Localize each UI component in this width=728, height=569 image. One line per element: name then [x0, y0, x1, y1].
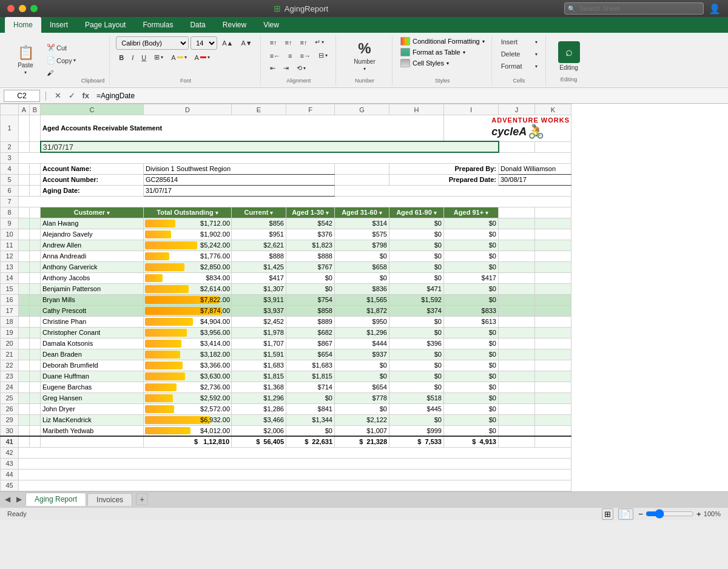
cell-e13-current[interactable]: $1,425	[232, 261, 286, 272]
cell-a41[interactable]	[19, 436, 30, 447]
cell-i15-aged91[interactable]: $0	[444, 283, 499, 294]
cell-a13[interactable]	[19, 261, 30, 272]
cell-a20[interactable]	[19, 338, 30, 349]
cell-b5[interactable]	[30, 174, 41, 185]
cell-f29-aged1-30[interactable]: $1,344	[286, 414, 335, 425]
cell-row44[interactable]	[19, 469, 571, 480]
cell-e17-current[interactable]: $3,937	[232, 305, 286, 316]
cell-g12-aged31-60[interactable]: $0	[335, 251, 389, 261]
cell-f19-aged1-30[interactable]: $682	[286, 327, 335, 338]
cell-i29-aged91[interactable]: $0	[444, 414, 499, 425]
align-left-btn[interactable]: ≡←	[267, 50, 283, 61]
cell-a12[interactable]	[19, 251, 30, 261]
cell-i41-aged91[interactable]: $ 4,913	[444, 436, 499, 447]
cell-i22-aged91[interactable]: $0	[444, 360, 499, 371]
cell-a18[interactable]	[19, 316, 30, 327]
cell-f18-aged1-30[interactable]: $889	[286, 316, 335, 327]
cell-g15-aged31-60[interactable]: $836	[335, 283, 389, 294]
cell-h20-aged61-90[interactable]: $396	[389, 338, 444, 349]
cell-e22-current[interactable]: $1,683	[232, 360, 286, 371]
conditional-formatting-btn[interactable]: Conditional Formatting ▾	[399, 36, 487, 46]
cell-d25-total[interactable]: $2,592.00	[144, 392, 232, 403]
font-name-select[interactable]: Calibri (Body)	[116, 36, 189, 50]
col-header-j[interactable]: J	[499, 104, 535, 115]
cell-c24-name[interactable]: Eugene Barchas	[41, 382, 144, 392]
cell-g17-aged31-60[interactable]: $1,872	[335, 305, 389, 316]
cell-a5[interactable]	[19, 174, 30, 185]
cell-d18-total[interactable]: $4,904.00	[144, 316, 232, 327]
italic-button[interactable]: I	[129, 52, 136, 63]
cell-b24[interactable]	[30, 382, 41, 392]
cell-e11-current[interactable]: $2,621	[232, 240, 286, 251]
cell-i10-aged91[interactable]: $0	[444, 229, 499, 240]
col-header-current[interactable]: Current ▾	[232, 207, 286, 218]
copy-button[interactable]: 📄 Copy ▾	[44, 55, 79, 66]
cell-i19-aged91[interactable]: $0	[444, 327, 499, 338]
cell-e26-current[interactable]: $1,286	[232, 403, 286, 414]
cell-e16-current[interactable]: $3,911	[232, 294, 286, 305]
align-center-btn[interactable]: ≡	[285, 50, 295, 61]
cell-c19-name[interactable]: Christopher Conant	[41, 327, 144, 338]
cell-d13-total[interactable]: $2,850.00	[144, 261, 232, 272]
cell-j19[interactable]	[499, 327, 535, 338]
cell-e10-current[interactable]: $951	[232, 229, 286, 240]
cell-k25[interactable]	[535, 392, 571, 403]
cell-d16-total[interactable]: $7,822.00	[144, 294, 232, 305]
cell-d23-total[interactable]: $3,630.00	[144, 371, 232, 382]
cell-c9-name[interactable]: Alan Hwang	[41, 218, 144, 229]
col-header-b[interactable]: B	[30, 104, 41, 115]
cell-f41-aged1-30[interactable]: $ 22,631	[286, 436, 335, 447]
cell-d20-total[interactable]: $3,414.00	[144, 338, 232, 349]
page-layout-view-btn[interactable]: 📄	[618, 508, 633, 520]
cell-h11-aged61-90[interactable]: $0	[389, 240, 444, 251]
zoom-out-btn[interactable]: −	[638, 510, 643, 519]
cell-a24[interactable]	[19, 382, 30, 392]
cell-f24-aged1-30[interactable]: $714	[286, 382, 335, 392]
window-controls[interactable]	[7, 5, 38, 12]
cell-i17-aged91[interactable]: $833	[444, 305, 499, 316]
indent-increase-btn[interactable]: ⇥	[280, 62, 292, 74]
cell-a22[interactable]	[19, 360, 30, 371]
cell-g9-aged31-60[interactable]: $314	[335, 218, 389, 229]
cell-e30-current[interactable]: $2,006	[232, 425, 286, 436]
cell-c23-name[interactable]: Duane Huffman	[41, 371, 144, 382]
cell-e20-current[interactable]: $1,707	[232, 338, 286, 349]
tab-home[interactable]: Home	[5, 17, 41, 33]
col-header-e[interactable]: E	[232, 104, 286, 115]
cell-d12-total[interactable]: $1,776.00	[144, 251, 232, 261]
cell-b8[interactable]	[30, 207, 41, 218]
cell-f15-aged1-30[interactable]: $0	[286, 283, 335, 294]
cell-c26-name[interactable]: John Dryer	[41, 403, 144, 414]
col-header-customer[interactable]: Customer ▾	[41, 207, 144, 218]
cell-h23-aged61-90[interactable]: $0	[389, 371, 444, 382]
cell-b29[interactable]	[30, 414, 41, 425]
tab-review[interactable]: Review	[214, 17, 255, 33]
cell-j22[interactable]	[499, 360, 535, 371]
cell-d14-total[interactable]: $834.00	[144, 272, 232, 283]
cell-h10-aged61-90[interactable]: $0	[389, 229, 444, 240]
cell-d24-total[interactable]: $2,736.00	[144, 382, 232, 392]
cell-j10[interactable]	[499, 229, 535, 240]
cell-e24-current[interactable]: $1,368	[232, 382, 286, 392]
cell-i21-aged91[interactable]: $0	[444, 349, 499, 360]
format-cells-btn[interactable]: Format▾	[498, 61, 541, 72]
cell-e14-current[interactable]: $417	[232, 272, 286, 283]
tab-next-btn[interactable]: ▶	[14, 495, 24, 503]
cell-k17[interactable]	[535, 305, 571, 316]
cell-f22-aged1-30[interactable]: $1,683	[286, 360, 335, 371]
col-header-c[interactable]: C	[41, 104, 144, 115]
cell-a8[interactable]	[19, 207, 30, 218]
cell-a25[interactable]	[19, 392, 30, 403]
cell-j41[interactable]	[499, 436, 535, 447]
col-header-aged61-90[interactable]: Aged 61-90 ▾	[389, 207, 444, 218]
tab-aging-report[interactable]: Aging Report	[25, 493, 86, 506]
cell-i24-aged91[interactable]: $0	[444, 382, 499, 392]
cell-h18-aged61-90[interactable]: $0	[389, 316, 444, 327]
cell-g13-aged31-60[interactable]: $658	[335, 261, 389, 272]
cell-d29-total[interactable]: $6,932.00	[144, 414, 232, 425]
cell-g41-aged31-60[interactable]: $ 21,328	[335, 436, 389, 447]
cell-i9-aged91[interactable]: $0	[444, 218, 499, 229]
cell-c16-name[interactable]: Bryan Mills	[41, 294, 144, 305]
cell-f25-aged1-30[interactable]: $0	[286, 392, 335, 403]
cell-b19[interactable]	[30, 327, 41, 338]
